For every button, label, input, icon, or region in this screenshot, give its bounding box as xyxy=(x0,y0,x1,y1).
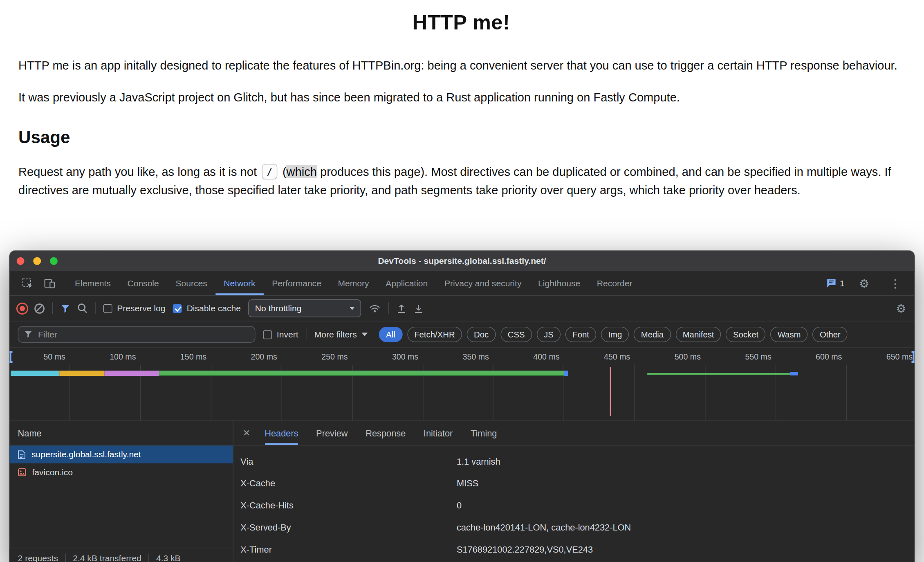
tab-memory[interactable]: Memory xyxy=(330,272,377,295)
request-row-favicon-ico[interactable]: favicon.ico xyxy=(9,463,233,481)
kebab-menu-icon[interactable]: ⋮ xyxy=(890,278,901,289)
summary-item: 2.4 kB transferred xyxy=(73,553,141,562)
details-tab-preview[interactable]: Preview xyxy=(316,421,348,445)
waterfall-ssl xyxy=(105,371,159,376)
filter-chip-other[interactable]: Other xyxy=(813,327,848,342)
waterfall-content-download xyxy=(564,371,568,376)
tab-sources[interactable]: Sources xyxy=(167,272,215,295)
name-column-header[interactable]: Name xyxy=(9,421,233,446)
search-button[interactable] xyxy=(78,306,87,311)
filter-toggle-button[interactable] xyxy=(61,304,70,313)
filter-chip-media[interactable]: Media xyxy=(634,327,671,342)
tab-performance[interactable]: Performance xyxy=(264,272,330,295)
filter-chip-font[interactable]: Font xyxy=(565,327,597,342)
more-filters-dropdown[interactable]: More filters xyxy=(314,330,368,339)
header-value[interactable]: S1768921002.227829,VS0,VE243 xyxy=(457,544,915,554)
tab-privacy-and-security[interactable]: Privacy and security xyxy=(436,272,530,295)
issues-bubble-icon xyxy=(826,279,837,288)
filter-chip-socket[interactable]: Socket xyxy=(726,327,766,342)
slash-code: / xyxy=(262,164,277,179)
details-tab-timing[interactable]: Timing xyxy=(471,421,497,445)
waterfall-initial-connection xyxy=(59,371,104,376)
chevron-down-icon xyxy=(350,307,355,310)
filter-chip-img[interactable]: Img xyxy=(601,327,629,342)
clear-network-log-button[interactable] xyxy=(34,303,45,313)
header-key: X-Served-By xyxy=(233,522,457,533)
details-tab-headers[interactable]: Headers xyxy=(265,421,298,445)
header-row-via: Via1.1 varnish xyxy=(233,450,915,472)
network-overview[interactable]: 50 ms100 ms150 ms200 ms250 ms300 ms350 m… xyxy=(9,348,915,421)
tab-console[interactable]: Console xyxy=(119,272,167,295)
waterfall-favicon-waiting xyxy=(647,373,790,375)
screen: HTTP me! HTTP me is an app initally desi… xyxy=(0,11,924,562)
header-value[interactable]: 0 xyxy=(457,500,915,510)
request-name: supersite.global.ssl.fastly.net xyxy=(31,450,141,459)
details-tab-bar: ✕ HeadersPreviewResponseInitiatorTiming xyxy=(233,421,915,446)
overview-bars xyxy=(9,365,915,421)
requests-panel: Name supersite.global.ssl.fastly.netfavi… xyxy=(9,421,233,562)
tab-lighthouse[interactable]: Lighthouse xyxy=(530,272,589,295)
overview-tick-label: 200 ms xyxy=(218,352,277,361)
summary-item: 2 requests xyxy=(18,553,58,562)
header-key: X-Cache xyxy=(233,478,457,488)
page-title: HTTP me! xyxy=(18,11,904,34)
close-window-button[interactable] xyxy=(17,257,25,265)
issues-button[interactable]: 1 xyxy=(826,279,845,288)
checkbox-checked-icon xyxy=(173,304,182,313)
invert-label: Invert xyxy=(277,330,298,339)
close-details-icon[interactable]: ✕ xyxy=(243,428,250,438)
overview-tick-label: 350 ms xyxy=(430,352,489,361)
details-tab-response[interactable]: Response xyxy=(366,421,406,445)
filter-chip-manifest[interactable]: Manifest xyxy=(675,327,721,342)
invert-checkbox[interactable]: Invert xyxy=(263,330,298,339)
filter-input-box[interactable] xyxy=(18,326,256,343)
network-toolbar: Preserve log Disable cache No throttling… xyxy=(9,296,915,321)
details-tab-strip: HeadersPreviewResponseInitiatorTiming xyxy=(265,421,497,445)
network-conditions-icon[interactable] xyxy=(369,304,381,313)
summary-divider xyxy=(148,553,149,562)
header-value[interactable]: MISS xyxy=(457,478,915,488)
checkbox-unchecked-icon xyxy=(263,330,272,339)
header-key: X-Cache-Hits xyxy=(233,500,457,510)
preserve-log-checkbox[interactable]: Preserve log xyxy=(103,303,166,313)
minimize-window-button[interactable] xyxy=(33,257,41,265)
filter-chip-css[interactable]: CSS xyxy=(500,327,532,342)
inspect-element-icon[interactable] xyxy=(22,278,34,289)
request-row-supersite-global-ssl-fastly-net[interactable]: supersite.global.ssl.fastly.net xyxy=(9,445,233,463)
filter-input[interactable] xyxy=(37,329,249,340)
overview-tick-label: 500 ms xyxy=(641,352,701,361)
filter-chip-fetch-xhr[interactable]: Fetch/XHR xyxy=(407,327,462,342)
device-toolbar-icon[interactable] xyxy=(44,278,55,288)
zoom-window-button[interactable] xyxy=(50,257,58,265)
header-value[interactable]: 1.1 varnish xyxy=(457,456,915,466)
overview-tick-label: 450 ms xyxy=(571,352,630,361)
disable-cache-checkbox[interactable]: Disable cache xyxy=(173,303,241,313)
tab-recorder[interactable]: Recorder xyxy=(588,272,640,295)
tab-bar-right-controls: 1 ⚙ ⋮ xyxy=(826,272,915,295)
header-value[interactable]: cache-lon420141-LON, cache-lon4232-LON xyxy=(457,522,915,533)
funnel-icon xyxy=(61,304,70,313)
filter-chip-js[interactable]: JS xyxy=(537,327,561,342)
header-row-x-cache: X-CacheMISS xyxy=(233,472,915,495)
image-icon xyxy=(18,468,26,476)
filter-chip-all[interactable]: All xyxy=(379,327,402,342)
usage-text-pre: Request any path you like, as long as it… xyxy=(18,165,260,178)
filter-chip-doc[interactable]: Doc xyxy=(467,327,496,342)
details-tab-initiator[interactable]: Initiator xyxy=(424,421,453,445)
tab-elements[interactable]: Elements xyxy=(67,272,119,295)
throttling-value: No throttling xyxy=(255,303,302,313)
filter-chip-wasm[interactable]: Wasm xyxy=(770,327,808,342)
overview-tick-label: 300 ms xyxy=(359,352,418,361)
import-har-icon[interactable] xyxy=(397,303,406,313)
devtools-titlebar[interactable]: DevTools - supersite.global.ssl.fastly.n… xyxy=(9,251,915,272)
search-icon xyxy=(78,303,85,311)
tab-application[interactable]: Application xyxy=(377,272,436,295)
network-settings-gear-icon[interactable]: ⚙ xyxy=(896,303,906,314)
usage-heading: Usage xyxy=(18,128,904,147)
export-har-icon[interactable] xyxy=(414,303,424,313)
record-network-log-button[interactable] xyxy=(18,306,27,311)
settings-gear-icon[interactable]: ⚙ xyxy=(859,278,870,289)
tab-network[interactable]: Network xyxy=(215,272,264,295)
web-page: HTTP me! HTTP me is an app initally desi… xyxy=(0,11,924,200)
throttling-select[interactable]: No throttling xyxy=(249,299,361,317)
